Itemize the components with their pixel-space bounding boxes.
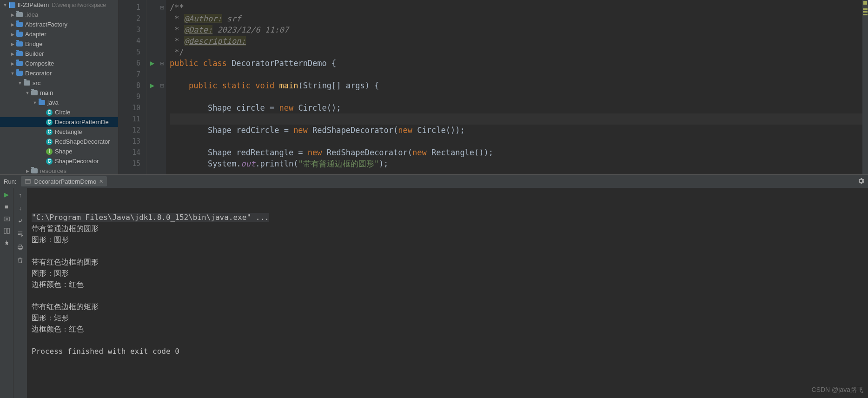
console-line: 带有红色边框的圆形 (32, 257, 868, 268)
tree-arrow-icon[interactable] (9, 70, 16, 77)
tree-arrow-icon[interactable] (39, 119, 46, 126)
tree-item-builder[interactable]: Builder (0, 49, 118, 59)
tree-arrow-icon[interactable] (24, 90, 31, 96)
run-line-icon[interactable]: ▶ (146, 80, 158, 91)
warning-indicator[interactable] (863, 1, 867, 5)
tree-arrow-icon[interactable] (9, 12, 16, 18)
tree-arrow-icon[interactable] (39, 129, 46, 135)
tree-item-java[interactable]: java (0, 98, 118, 107)
tree-item-circle[interactable]: CCircle (0, 107, 118, 117)
tree-item-decorator[interactable]: Decorator (0, 68, 118, 78)
svg-rect-2 (4, 217, 9, 220)
tree-item-resources[interactable]: resources (0, 166, 118, 174)
tree-arrow-icon[interactable] (24, 168, 31, 174)
down-arrow-icon[interactable]: ↓ (16, 204, 25, 212)
run-gutter: ▶▶ (146, 0, 158, 174)
run-header: Run: DecoratorPatternDemo ✕ (0, 175, 868, 188)
gear-icon[interactable] (858, 178, 864, 186)
tree-item-src[interactable]: src (0, 78, 118, 88)
tree-item-hint: D:\wenjian\workspace (52, 2, 106, 8)
tree-arrow-icon[interactable] (9, 60, 16, 67)
tree-arrow-icon[interactable] (9, 41, 16, 47)
folder-icon (16, 21, 23, 28)
tree-item-shape[interactable]: IShape (0, 146, 118, 156)
tree-arrow-icon[interactable] (39, 109, 46, 116)
tree-arrow-icon[interactable] (32, 100, 38, 106)
class-icon: C (46, 109, 53, 116)
svg-rect-4 (4, 228, 6, 233)
pin-icon[interactable] (3, 239, 10, 246)
fold-icon[interactable]: ⊟ (158, 80, 166, 91)
tree-item-composite[interactable]: Composite (0, 59, 118, 68)
run-config-tab[interactable]: DecoratorPatternDemo ✕ (21, 176, 107, 186)
tree-arrow-icon[interactable] (39, 148, 46, 155)
svg-rect-7 (19, 245, 22, 246)
tree-item-label: RedShapeDecorator (55, 138, 110, 145)
tree-item-label: Shape (55, 148, 73, 155)
tree-item-label: Builder (25, 50, 44, 57)
run-tool-window: Run: DecoratorPatternDemo ✕ ▶ ■ ↑ ↓ ⤶ (0, 174, 868, 398)
svg-point-3 (6, 218, 7, 220)
tree-item-label: Circle (55, 109, 70, 116)
tree-item-adapter[interactable]: Adapter (0, 29, 118, 39)
tree-item-label: Decorator (25, 70, 52, 77)
console-line (32, 335, 868, 346)
console-line: 边框颜色：红色 (32, 324, 868, 335)
tree-arrow-icon[interactable] (39, 139, 46, 145)
tree-arrow-icon[interactable] (39, 158, 46, 165)
rerun-icon[interactable]: ▶ (3, 191, 10, 198)
tree-arrow-icon[interactable] (17, 80, 23, 86)
tree-item-bridge[interactable]: Bridge (0, 39, 118, 49)
console-output[interactable]: "C:\Program Files\Java\jdk1.8.0_152\bin\… (27, 188, 868, 398)
print-icon[interactable] (16, 243, 25, 251)
editor-annotation-strip (862, 0, 868, 174)
tree-item-lf-23pattern[interactable]: lf-23PatternD:\wenjian\workspace (0, 0, 118, 10)
tree-arrow-icon[interactable] (9, 51, 16, 57)
run-toolbar-inner: ↑ ↓ ⤶ (13, 188, 27, 398)
tree-arrow-icon[interactable] (9, 21, 16, 28)
tree-item-shapedecorator[interactable]: CShapeDecorator (0, 156, 118, 166)
console-line (32, 290, 868, 301)
console-line: 带有红色边框的矩形 (32, 301, 868, 312)
console-line: 图形：圆形 (32, 234, 868, 245)
class-icon: C (46, 138, 53, 146)
console-line: 带有普通边框的圆形 (32, 223, 868, 234)
soft-wrap-icon[interactable]: ⤶ (16, 217, 25, 225)
trash-icon[interactable] (16, 256, 25, 264)
stop-icon[interactable]: ■ (3, 203, 10, 210)
tree-item-label: Adapter (25, 31, 46, 38)
tree-item-redshapedecorator[interactable]: CRedShapeDecorator (0, 137, 118, 146)
tree-item-abstractfactory[interactable]: AbstractFactory (0, 20, 118, 29)
up-arrow-icon[interactable]: ↑ (16, 191, 25, 199)
fold-gutter: ⊟⊟⊟ (158, 0, 166, 174)
svg-rect-1 (26, 179, 31, 181)
run-line-icon[interactable]: ▶ (146, 58, 158, 69)
folder-icon (31, 89, 38, 97)
snapshot-icon[interactable] (3, 215, 10, 222)
code-editor[interactable]: 123456789101112131415 ▶▶ ⊟⊟⊟ /** * @Auth… (119, 0, 868, 174)
tree-item-label: resources (40, 167, 66, 174)
tree-item-label: lf-23Pattern (18, 1, 49, 8)
tree-arrow-icon[interactable] (2, 2, 8, 8)
code-area[interactable]: /** * @Author: srf * @Date: 2023/12/6 11… (166, 0, 862, 174)
scroll-end-icon[interactable] (16, 230, 25, 238)
folder-icon (38, 99, 46, 106)
close-icon[interactable]: ✕ (99, 179, 103, 185)
tree-item-label: AbstractFactory (25, 21, 67, 28)
layout-icon[interactable] (3, 227, 10, 234)
project-tree[interactable]: lf-23PatternD:\wenjian\workspace.ideaAbs… (0, 0, 119, 174)
folder-icon (16, 60, 23, 67)
fold-icon[interactable]: ⊟ (158, 58, 166, 69)
tree-item-main[interactable]: main (0, 88, 118, 98)
console-line (32, 245, 868, 257)
tree-item-label: main (40, 89, 53, 96)
tree-item-rectangle[interactable]: CRectangle (0, 127, 118, 137)
run-label: Run: (4, 178, 16, 185)
line-number-gutter: 123456789101112131415 (119, 0, 146, 174)
watermark: CSDN @java路飞 (812, 384, 863, 395)
tree-arrow-icon[interactable] (9, 31, 16, 38)
tree-item-label: DecoratorPatternDe (55, 119, 109, 126)
tree-item-.idea[interactable]: .idea (0, 10, 118, 20)
tree-item-decoratorpatternde[interactable]: CDecoratorPatternDe (0, 117, 118, 127)
fold-icon[interactable]: ⊟ (158, 2, 166, 13)
